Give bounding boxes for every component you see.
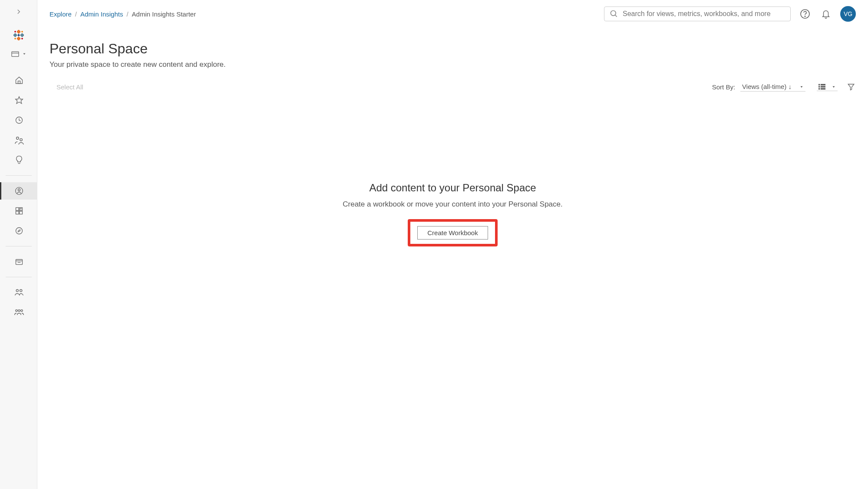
svg-marker-56 xyxy=(833,86,835,87)
nav-favorites[interactable] xyxy=(10,92,27,109)
svg-rect-51 xyxy=(821,84,825,85)
svg-rect-9 xyxy=(17,35,20,36)
nav-groups[interactable] xyxy=(10,304,27,321)
nav-users[interactable] xyxy=(10,284,27,301)
sort-by-label: Sort By: xyxy=(712,83,735,91)
svg-point-45 xyxy=(611,11,616,16)
svg-rect-52 xyxy=(818,86,820,87)
svg-rect-31 xyxy=(16,211,19,214)
breadcrumb-explore[interactable]: Explore xyxy=(50,10,72,18)
breadcrumb-current: Admin Insights Starter xyxy=(132,10,196,18)
chevron-down-icon xyxy=(832,85,836,89)
empty-state: Add content to your Personal Space Creat… xyxy=(50,95,856,489)
svg-point-41 xyxy=(20,289,22,292)
svg-rect-5 xyxy=(21,33,23,37)
empty-state-subtitle: Create a workbook or move your content i… xyxy=(343,200,563,209)
main-content: Explore / Admin Insights / Admin Insight… xyxy=(37,0,868,489)
svg-point-40 xyxy=(16,289,18,292)
svg-rect-18 xyxy=(12,52,19,56)
nav-home[interactable] xyxy=(10,72,27,89)
svg-marker-57 xyxy=(848,84,854,90)
tableau-logo-icon[interactable] xyxy=(12,29,25,42)
search-icon xyxy=(610,10,618,18)
svg-rect-1 xyxy=(17,31,20,33)
svg-point-35 xyxy=(16,228,23,234)
nav-recents[interactable] xyxy=(10,112,27,129)
svg-point-48 xyxy=(805,16,805,17)
svg-rect-54 xyxy=(818,88,820,89)
empty-state-title: Add content to your Personal Space xyxy=(369,182,536,194)
view-mode-dropdown[interactable] xyxy=(817,83,838,91)
search-input[interactable] xyxy=(623,10,785,18)
svg-rect-17 xyxy=(21,38,23,39)
svg-rect-50 xyxy=(818,84,820,85)
sort-value: Views (all-time) ↓ xyxy=(742,83,792,90)
svg-rect-13 xyxy=(21,31,23,32)
breadcrumb: Explore / Admin Insights / Admin Insight… xyxy=(50,10,196,18)
nav-recommendations[interactable] xyxy=(10,151,27,169)
help-button[interactable] xyxy=(799,7,812,20)
svg-rect-29 xyxy=(16,208,19,211)
chevron-down-icon xyxy=(799,85,804,89)
search-box[interactable] xyxy=(604,7,791,21)
svg-rect-32 xyxy=(20,211,23,214)
svg-point-24 xyxy=(17,137,19,139)
create-workbook-button[interactable]: Create Workbook xyxy=(417,226,488,240)
svg-rect-7 xyxy=(17,38,20,39)
expand-sidebar-button[interactable] xyxy=(15,8,23,16)
svg-marker-49 xyxy=(801,86,803,87)
svg-rect-11 xyxy=(14,31,16,32)
svg-rect-15 xyxy=(14,38,16,39)
svg-rect-55 xyxy=(821,88,825,89)
filter-button[interactable] xyxy=(847,83,855,91)
svg-marker-20 xyxy=(23,53,25,55)
svg-marker-36 xyxy=(18,230,20,232)
svg-point-43 xyxy=(18,310,20,312)
svg-point-25 xyxy=(20,138,22,141)
svg-rect-53 xyxy=(821,86,825,87)
nav-explore[interactable] xyxy=(10,222,27,240)
svg-line-46 xyxy=(615,15,617,17)
svg-point-44 xyxy=(21,310,23,312)
new-dropdown-button[interactable] xyxy=(11,50,26,57)
sidebar-divider xyxy=(6,246,32,246)
user-avatar[interactable]: VG xyxy=(840,6,856,22)
topbar: Explore / Admin Insights / Admin Insight… xyxy=(37,0,868,28)
svg-rect-3 xyxy=(14,33,16,37)
svg-point-28 xyxy=(18,189,20,191)
nav-external-assets[interactable] xyxy=(10,253,27,270)
sort-by-dropdown[interactable]: Views (all-time) ↓ xyxy=(740,82,805,92)
filter-icon xyxy=(847,83,855,91)
list-view-icon xyxy=(818,84,825,90)
sidebar xyxy=(0,0,37,489)
nav-collections[interactable] xyxy=(10,202,27,220)
svg-marker-22 xyxy=(16,97,23,104)
page-subtitle: Your private space to create new content… xyxy=(50,60,856,69)
notifications-button[interactable] xyxy=(819,7,832,20)
nav-shared[interactable] xyxy=(10,131,27,149)
nav-personal-space[interactable] xyxy=(0,182,37,200)
highlight-annotation: Create Workbook xyxy=(408,219,497,246)
breadcrumb-separator: / xyxy=(75,10,77,18)
sidebar-divider xyxy=(6,175,32,176)
breadcrumb-separator: / xyxy=(126,10,128,18)
breadcrumb-parent[interactable]: Admin Insights xyxy=(80,10,123,18)
svg-rect-21 xyxy=(18,81,20,84)
svg-point-42 xyxy=(16,310,17,312)
select-all-button[interactable]: Select All xyxy=(50,83,83,91)
svg-rect-37 xyxy=(16,259,23,265)
sidebar-divider xyxy=(6,277,32,277)
page-title: Personal Space xyxy=(50,41,856,57)
content-toolbar: Select All Sort By: Views (all-time) ↓ xyxy=(50,82,856,95)
